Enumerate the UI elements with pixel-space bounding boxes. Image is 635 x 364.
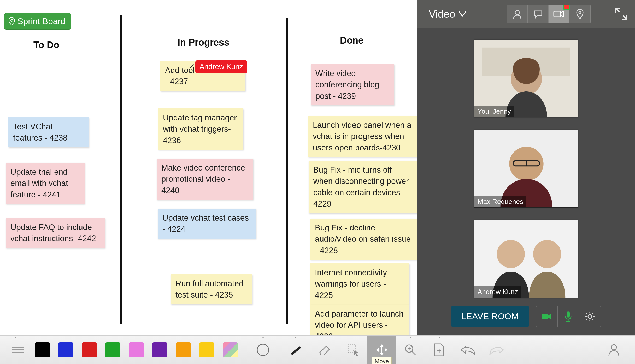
card[interactable]: Test VChat features - 4238: [8, 117, 89, 147]
video-panel-tabs: [507, 5, 591, 23]
card[interactable]: Update trial end email with vchat featur…: [6, 163, 85, 204]
tab-chat[interactable]: [528, 5, 549, 23]
expand-caret-icon[interactable]: ⌃: [294, 336, 298, 342]
move-tool[interactable]: Move: [367, 336, 396, 364]
column-header-inprogress: In Progress: [178, 37, 229, 48]
undo-icon: [460, 345, 476, 355]
video-panel: Video You: Je: [417, 0, 635, 335]
color-swatch[interactable]: [82, 342, 97, 357]
pen-tool[interactable]: ⌃: [281, 336, 310, 364]
video-tile[interactable]: You: Jenny: [474, 40, 578, 117]
add-page-tool[interactable]: ⌃: [425, 336, 454, 364]
color-swatch[interactable]: [35, 342, 50, 357]
svg-point-1: [515, 10, 519, 15]
circle-icon: [256, 343, 269, 356]
bottom-toolbar: ⌃ ⌃ ⌃ Move ⌃ ⌃: [0, 335, 635, 364]
card[interactable]: Make video conference promotional video …: [157, 159, 253, 200]
pencil-icon: [189, 63, 195, 69]
menu-section: ⌃: [4, 336, 27, 364]
color-swatch-section: [28, 336, 245, 364]
svg-point-12: [497, 240, 525, 268]
pen-icon: [289, 345, 302, 355]
zoom-tool[interactable]: ⌃: [396, 336, 425, 364]
expand-icon[interactable]: [615, 7, 628, 20]
svg-point-25: [257, 344, 269, 356]
svg-point-3: [579, 11, 581, 14]
video-camera-icon: [553, 10, 565, 19]
column-header-todo: To Do: [33, 40, 59, 51]
card[interactable]: Update vchat test cases - 4224: [158, 209, 256, 239]
video-panel-title[interactable]: Video: [429, 8, 466, 20]
hamburger-menu-button[interactable]: [12, 345, 24, 354]
chevron-down-icon: [458, 11, 466, 17]
card[interactable]: Internet connectivity warnings for users…: [310, 263, 409, 305]
color-swatch[interactable]: [152, 342, 167, 357]
color-swatch[interactable]: [105, 342, 120, 357]
zoom-in-icon: [404, 343, 417, 356]
tab-location[interactable]: [569, 5, 590, 23]
eraser-tool[interactable]: [310, 336, 339, 364]
expand-caret-icon[interactable]: ⌃: [437, 336, 441, 342]
redo-button[interactable]: [482, 336, 511, 364]
tab-video[interactable]: [549, 5, 569, 23]
color-swatch[interactable]: [176, 342, 191, 357]
card[interactable]: Update tag manager with vchat triggers- …: [158, 108, 243, 150]
participant-name: You: Jenny: [474, 106, 514, 117]
toggle-camera-button[interactable]: [536, 306, 558, 327]
leave-room-button[interactable]: LEAVE ROOM: [451, 306, 528, 327]
card[interactable]: Update FAQ to include vchat instructions…: [6, 218, 105, 248]
card[interactable]: Write video conferencing blog post - 423…: [311, 64, 394, 105]
expand-caret-icon[interactable]: ⌃: [409, 336, 413, 342]
expand-caret-icon[interactable]: ⌃: [14, 336, 17, 342]
video-settings-button[interactable]: [579, 306, 601, 327]
video-tile[interactable]: Andrew Kunz: [474, 220, 578, 298]
profile-section: [597, 336, 631, 364]
svg-line-28: [412, 351, 415, 355]
pin-icon: [9, 17, 15, 25]
gear-icon: [585, 311, 595, 322]
participant-name: Max Requenes: [474, 196, 526, 207]
svg-line-21: [586, 313, 587, 314]
cursor-select-icon: [346, 343, 360, 356]
recording-indicator-icon: [563, 5, 570, 10]
color-swatch[interactable]: [58, 342, 73, 357]
color-swatch-multi[interactable]: [223, 342, 238, 357]
card[interactable]: Bug Fix - mic turns off when disconnecti…: [309, 161, 418, 213]
column-header-done: Done: [340, 35, 363, 46]
move-arrows-icon: [375, 343, 389, 357]
card[interactable]: Launch video panel when a vchat is in pr…: [308, 116, 417, 157]
shape-circle-tool[interactable]: [249, 336, 277, 364]
participant-name: Andrew Kunz: [474, 286, 521, 298]
svg-point-13: [533, 240, 561, 268]
column-divider: [286, 18, 288, 324]
undo-button[interactable]: [454, 336, 482, 364]
eraser-icon: [317, 345, 331, 355]
color-swatch[interactable]: [199, 342, 214, 357]
svg-point-0: [11, 19, 13, 21]
person-icon: [608, 343, 620, 356]
tab-people[interactable]: [507, 5, 528, 23]
svg-line-22: [592, 319, 593, 320]
redo-icon: [489, 345, 504, 355]
person-icon: [512, 9, 522, 19]
color-swatch[interactable]: [129, 342, 144, 357]
profile-button[interactable]: [599, 336, 628, 364]
board-title-text: Sprint Board: [17, 16, 65, 26]
chat-icon: [533, 9, 543, 19]
microphone-icon: [564, 311, 572, 322]
svg-rect-15: [567, 311, 570, 318]
board-title-chip[interactable]: Sprint Board: [4, 13, 71, 30]
select-tool[interactable]: [339, 336, 367, 364]
card[interactable]: Bug Fix - decline audio/video on safari …: [310, 219, 419, 260]
video-panel-header: Video: [417, 0, 635, 28]
video-camera-icon: [541, 312, 552, 321]
card[interactable]: Run full automated test suite - 4235: [171, 274, 252, 304]
pin-icon: [576, 9, 584, 19]
svg-point-33: [611, 345, 616, 350]
tools-section: ⌃ Move ⌃ ⌃: [281, 336, 511, 364]
presence-user-tag: Andrew Kunz: [195, 60, 247, 73]
toggle-mic-button[interactable]: [558, 306, 579, 327]
video-tile[interactable]: Max Requenes: [474, 130, 578, 208]
video-control-group: [536, 306, 601, 327]
whiteboard-canvas[interactable]: Sprint Board To Do In Progress Done Test…: [0, 0, 417, 335]
